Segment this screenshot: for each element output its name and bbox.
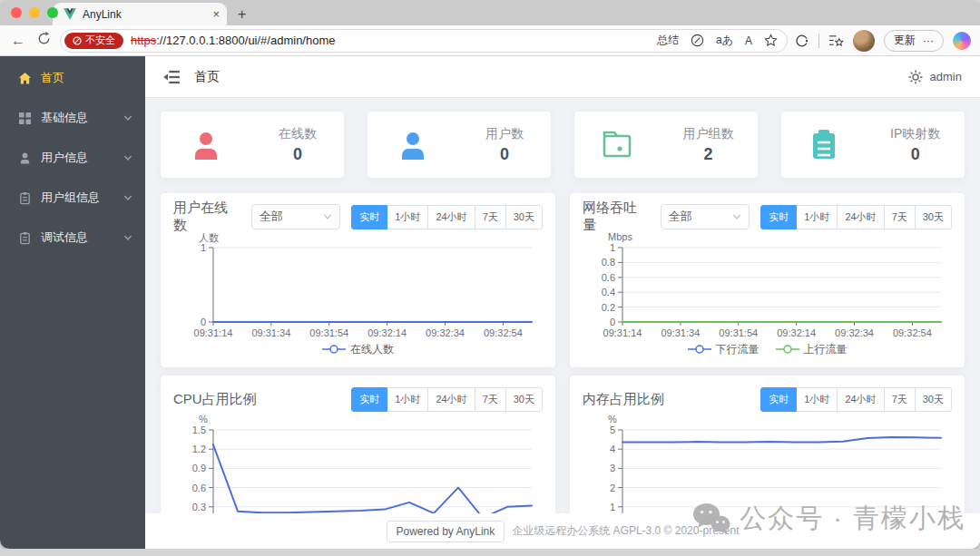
range-realtime-button[interactable]: 实时 <box>760 387 797 412</box>
panel-network-throughput: 网络吞吐量 全部 实时 1小时 24小时 7天 30天 <box>569 192 965 368</box>
url-text[interactable]: https://127.0.0.1:8800/ui/#/admin/home <box>131 34 650 47</box>
summarize-button[interactable]: 总结 <box>657 33 679 48</box>
time-range-group: 实时 1小时 24小时 7天 30天 <box>760 205 952 229</box>
network-throughput-chart: 10.80.60.40.2009:31:1409:31:3409:31:5409… <box>583 244 952 342</box>
update-button[interactable]: 更新 ··· <box>884 30 944 52</box>
y-axis-unit: 人数 <box>199 231 543 244</box>
svg-text:09:32:14: 09:32:14 <box>368 327 407 338</box>
minimize-window-button[interactable] <box>29 7 40 18</box>
profile-avatar[interactable] <box>853 30 875 52</box>
gear-icon[interactable] <box>908 70 923 84</box>
username[interactable]: admin <box>930 70 962 83</box>
chevron-down-icon <box>123 113 132 122</box>
range-1h-button[interactable]: 1小时 <box>387 205 428 229</box>
url-rest: ://127.0.0.1:8800/ui/#/admin/home <box>156 34 335 47</box>
filter-select[interactable]: 全部 <box>661 204 750 229</box>
panel-title: CPU占用比例 <box>173 391 257 408</box>
stat-cards: 在线数0 用户数0 用户组数2 IP映射数0 <box>145 98 980 179</box>
stat-value: 2 <box>683 145 734 164</box>
chart-legend: 在线人数 <box>173 342 543 356</box>
svg-text:1: 1 <box>610 502 615 512</box>
legend-item[interactable]: 在线人数 <box>322 342 394 357</box>
range-realtime-button[interactable]: 实时 <box>351 205 387 229</box>
stat-label: 在线数 <box>279 126 317 142</box>
svg-text:09:32:34: 09:32:34 <box>835 327 874 338</box>
chart-grid: 用户在线数 全部 实时 1小时 24小时 7天 30天 <box>145 179 980 543</box>
browser-essentials-icon[interactable] <box>795 34 809 48</box>
url-scheme: https <box>131 34 156 47</box>
stat-label: 用户数 <box>485 126 524 142</box>
time-range-group: 实时 1小时 24小时 7天 30天 <box>760 387 952 412</box>
favorite-star-icon[interactable] <box>764 34 778 47</box>
summarize-pen-icon[interactable] <box>691 34 704 47</box>
browser-tabstrip: AnyLink × + <box>0 0 980 25</box>
svg-text:09:31:34: 09:31:34 <box>251 327 290 338</box>
time-range-group: 实时 1小时 24小时 7天 30天 <box>351 205 543 229</box>
desktop-background <box>0 549 980 556</box>
range-30d-button[interactable]: 30天 <box>915 387 952 412</box>
range-1h-button[interactable]: 1小时 <box>387 387 428 412</box>
range-30d-button[interactable]: 30天 <box>505 205 543 229</box>
stat-card-users: 用户数0 <box>367 111 552 179</box>
range-24h-button[interactable]: 24小时 <box>427 387 475 412</box>
sidebar: 首页 基础信息 用户信息 用户组信息 调试信息 <box>0 56 145 549</box>
chevron-down-icon <box>123 193 132 202</box>
y-axis-unit: % <box>608 414 952 426</box>
window-controls <box>11 7 58 18</box>
online-user-icon <box>188 127 224 163</box>
range-7d-button[interactable]: 7天 <box>884 205 916 229</box>
toolbar-right: 更新 ··· <box>795 30 971 52</box>
legend-item[interactable]: 下行流量 <box>688 342 760 357</box>
more-menu-icon[interactable]: ··· <box>923 34 934 47</box>
close-tab-icon[interactable]: × <box>212 7 220 21</box>
read-aloud-icon[interactable]: A <box>745 34 752 47</box>
range-7d-button[interactable]: 7天 <box>475 387 506 412</box>
range-7d-button[interactable]: 7天 <box>884 387 916 412</box>
back-icon[interactable]: ← <box>9 33 27 49</box>
range-realtime-button[interactable]: 实时 <box>760 205 797 229</box>
panel-title: 网络吞吐量 <box>583 200 650 234</box>
svg-text:09:31:54: 09:31:54 <box>719 327 758 338</box>
svg-text:0.4: 0.4 <box>602 287 615 298</box>
copilot-icon[interactable] <box>953 32 971 50</box>
stat-value: 0 <box>279 145 317 164</box>
range-1h-button[interactable]: 1小时 <box>796 387 838 412</box>
refresh-icon[interactable] <box>34 32 53 49</box>
chevron-down-icon <box>123 233 132 242</box>
sidebar-item-debug-info[interactable]: 调试信息 <box>0 218 145 258</box>
legend-item[interactable]: 上行流量 <box>776 342 848 357</box>
address-bar[interactable]: 不安全 https://127.0.0.1:8800/ui/#/admin/ho… <box>60 29 788 53</box>
svg-text:0.3: 0.3 <box>192 502 206 512</box>
range-30d-button[interactable]: 30天 <box>505 387 543 412</box>
svg-text:0: 0 <box>201 317 206 327</box>
range-1h-button[interactable]: 1小时 <box>796 205 838 229</box>
svg-text:09:31:14: 09:31:14 <box>603 327 642 338</box>
range-24h-button[interactable]: 24小时 <box>837 205 884 229</box>
stat-value: 0 <box>485 145 524 164</box>
not-secure-icon <box>73 36 82 45</box>
security-badge[interactable]: 不安全 <box>64 33 123 49</box>
range-24h-button[interactable]: 24小时 <box>837 387 884 412</box>
y-axis-unit: % <box>199 414 543 426</box>
range-24h-button[interactable]: 24小时 <box>427 205 475 229</box>
range-realtime-button[interactable]: 实时 <box>351 387 387 412</box>
range-7d-button[interactable]: 7天 <box>475 205 506 229</box>
sidebar-item-user-info[interactable]: 用户信息 <box>0 138 145 178</box>
favorites-bar-icon[interactable] <box>828 34 844 47</box>
translate-icon[interactable]: aあ <box>716 33 733 48</box>
stat-label: IP映射数 <box>890 126 940 142</box>
new-tab-button[interactable]: + <box>238 6 246 23</box>
range-30d-button[interactable]: 30天 <box>915 205 952 229</box>
sidebar-item-home[interactable]: 首页 <box>0 58 145 98</box>
svg-text:1.5: 1.5 <box>192 426 206 435</box>
browser-tab-anylink[interactable]: AnyLink × <box>53 3 227 25</box>
stat-card-online: 在线数0 <box>160 111 345 179</box>
stat-value: 0 <box>890 145 940 164</box>
sidebar-item-basic-info[interactable]: 基础信息 <box>0 98 145 138</box>
watermark: 公众号 · 青檬小栈 <box>692 501 965 537</box>
filter-select[interactable]: 全部 <box>251 204 341 229</box>
close-window-button[interactable] <box>11 7 22 18</box>
collapse-menu-icon[interactable] <box>163 70 180 84</box>
zoom-window-button[interactable] <box>47 7 58 18</box>
sidebar-item-user-group-info[interactable]: 用户组信息 <box>0 178 145 218</box>
